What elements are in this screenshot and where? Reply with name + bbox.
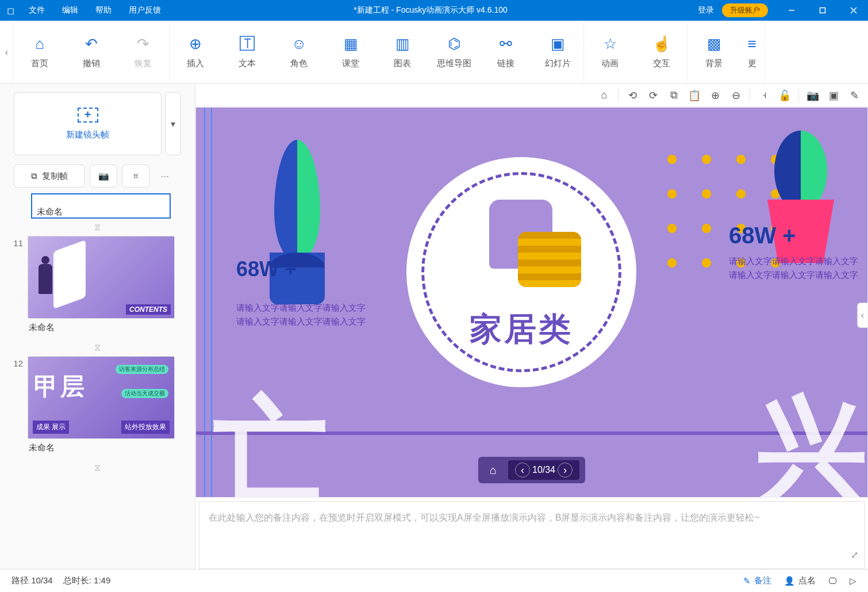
copy-icon: ⧉ <box>31 171 37 181</box>
redo-icon: ↷ <box>137 35 149 52</box>
center-circle[interactable]: 家居类 <box>406 157 636 387</box>
interact-button[interactable]: ☝交互 <box>636 21 688 83</box>
new-frame-dropdown[interactable]: ▾ <box>165 92 181 155</box>
anim-button[interactable]: ☆动画 <box>584 21 636 83</box>
app-logo-icon: ◻ <box>0 5 21 16</box>
home-button[interactable]: ⌂首页 <box>14 21 66 83</box>
close-button[interactable] <box>839 0 868 21</box>
maximize-button[interactable] <box>808 0 837 21</box>
tween-icon[interactable]: ⧖ <box>8 219 187 236</box>
link-button[interactable]: ⚯链接 <box>480 21 532 83</box>
rollcall-button[interactable]: 👤点名 <box>784 575 816 586</box>
rotate-left-icon[interactable]: ⟲ <box>622 86 643 105</box>
layer-icon[interactable]: ▣ <box>823 86 844 105</box>
right-panel-toggle[interactable]: ‹ <box>857 303 867 328</box>
tween-icon[interactable]: ⧖ <box>8 339 187 356</box>
thumb-number: 11 <box>8 236 23 337</box>
plus-circle-icon: ⊕ <box>189 35 202 52</box>
login-button[interactable]: 登录 <box>692 3 720 18</box>
stat-left[interactable]: 68W + 请输入文字请输入文字请输入文字请输入文字请输入文字请输入文字 <box>236 257 366 329</box>
snapshot-icon[interactable]: 📷 <box>802 86 823 105</box>
canvas[interactable]: 家居类 68W + 请输入文字请输入文字请输入文字请输入文字请输入文字请输入文字… <box>195 107 868 498</box>
undo-icon: ↶ <box>85 35 98 52</box>
selected-thumb-name[interactable]: 未命名 <box>31 193 171 219</box>
canvas-home-icon[interactable]: ⌂ <box>594 86 614 105</box>
slide-button[interactable]: ▣幻灯片 <box>532 21 583 83</box>
new-frame-button[interactable]: + 新建镜头帧 <box>14 92 162 155</box>
copy-frame-button[interactable]: ⧉复制帧 <box>14 165 85 188</box>
more-button[interactable]: ≡更 <box>740 21 764 83</box>
link-icon: ⚯ <box>500 35 512 52</box>
camera-button[interactable]: 📷 <box>90 165 117 188</box>
thumbnail-12[interactable]: 12 甲层 成果 展示 站外投放效果 访客来源分布总结 活动当天成交额 未命名 <box>8 356 187 457</box>
decor-char: 亡 <box>213 374 351 498</box>
pointer-icon: ☝ <box>652 35 671 52</box>
status-duration: 总时长: 1:49 <box>63 575 111 586</box>
insert-button[interactable]: ⊕插入 <box>170 21 221 83</box>
svg-rect-1 <box>820 8 825 13</box>
notes-area[interactable]: 在此处输入您的备注内容，在预览时开启双屏模式，可以实现A屏全屏播放演示内容，B屏… <box>199 501 865 569</box>
chart-button[interactable]: ▥图表 <box>377 21 428 83</box>
thumb-number: 12 <box>8 356 23 457</box>
mindmap-button[interactable]: ⌬思维导图 <box>428 21 480 83</box>
tween-icon[interactable]: ⧖ <box>8 459 187 476</box>
expand-icon[interactable]: ⤢ <box>851 547 858 563</box>
thumbnail-11[interactable]: 11 CONTENTS 未命名 <box>8 236 187 337</box>
guide-line[interactable] <box>204 108 205 497</box>
text-button[interactable]: 🅃文本 <box>221 21 273 83</box>
sidebar-more-button[interactable]: ⋯ <box>154 165 175 188</box>
thumb-name: 未命名 <box>28 319 175 337</box>
center-title[interactable]: 家居类 <box>406 308 636 352</box>
monitor-icon: 🖵 <box>828 576 837 586</box>
statusbar: 路径 10/34 总时长: 1:49 ✎备注 👤点名 🖵 ▷ <box>0 569 868 592</box>
decor-char: 兴 <box>752 374 868 498</box>
play-icon: ▷ <box>850 576 857 586</box>
guide-line[interactable] <box>211 108 212 497</box>
lock-icon[interactable]: 🔓 <box>774 86 795 105</box>
menu-feedback[interactable]: 用户反馈 <box>121 2 169 19</box>
scan-icon: ⌗ <box>133 171 138 181</box>
menu-edit[interactable]: 编辑 <box>54 2 86 19</box>
note-icon: ✎ <box>743 576 751 586</box>
role-button[interactable]: ☺角色 <box>273 21 325 83</box>
person-icon: ☺ <box>291 35 307 52</box>
scan-button[interactable]: ⌗ <box>122 165 149 188</box>
edit-icon[interactable]: ✎ <box>844 86 865 105</box>
status-path: 路径 10/34 <box>11 575 53 586</box>
paste-icon[interactable]: 📋 <box>684 86 705 105</box>
redo-button[interactable]: ↷恢复 <box>117 21 169 83</box>
display-button[interactable]: 🖵 <box>828 576 837 586</box>
canvas-nav-pill: ⌂ ‹ 10/34 › <box>478 457 585 483</box>
minimize-button[interactable] <box>777 0 806 21</box>
undo-button[interactable]: ↶撤销 <box>66 21 117 83</box>
zoom-out-icon[interactable]: ⊖ <box>725 86 746 105</box>
copy-icon[interactable]: ⧉ <box>663 86 684 105</box>
notes-placeholder: 在此处输入您的备注内容，在预览时开启双屏模式，可以实现A屏全屏播放演示内容，B屏… <box>209 513 760 522</box>
thumbnail-list[interactable]: 未命名 ⧖ 11 CONTENTS 未命名 ⧖ 12 甲层 <box>0 193 195 564</box>
nav-position: 10/34 <box>532 465 555 475</box>
menu-bar: 文件 编辑 帮助 用户反馈 <box>21 2 169 19</box>
thumb-preview: 甲层 成果 展示 站外投放效果 访客来源分布总结 活动当天成交额 <box>28 356 175 439</box>
align-icon[interactable]: ⫞ <box>754 86 774 105</box>
slide-icon: ▣ <box>551 35 565 52</box>
stat-right[interactable]: 68W + 请输入文字请输入文字请输入文字请输入文字请输入文字请输入文字 <box>729 223 858 282</box>
nav-next-icon[interactable]: › <box>558 463 573 478</box>
more-icon: ≡ <box>747 35 756 52</box>
titlebar: ◻ 文件 编辑 帮助 用户反馈 *新建工程 - Focusky动画演示大师 v4… <box>0 0 868 21</box>
upgrade-button[interactable]: 升级账户 <box>722 3 768 17</box>
person-icon: 👤 <box>784 576 795 586</box>
present-button[interactable]: ▷ <box>850 576 857 586</box>
nav-home-icon[interactable]: ⌂ <box>484 461 502 479</box>
menu-file[interactable]: 文件 <box>21 2 53 19</box>
bg-button[interactable]: ▩背景 <box>688 21 740 83</box>
menu-help[interactable]: 帮助 <box>87 2 120 19</box>
canvas-area: ⌂ ⟲ ⟳ ⧉ 📋 ⊕ ⊖ ⫞ 🔓 📷 ▣ ✎ 家居类 <box>195 84 868 569</box>
thumb-name: 未命名 <box>28 439 175 457</box>
zoom-in-icon[interactable]: ⊕ <box>705 86 725 105</box>
class-button[interactable]: ▦课堂 <box>325 21 377 83</box>
toolbar-scroll-left[interactable]: ‹ <box>0 21 14 83</box>
main-area: + 新建镜头帧 ▾ ⧉复制帧 📷 ⌗ ⋯ 未命名 ⧖ 11 CONTENTS <box>0 84 868 569</box>
notes-toggle[interactable]: ✎备注 <box>743 575 771 586</box>
nav-prev-icon[interactable]: ‹ <box>515 463 530 478</box>
rotate-right-icon[interactable]: ⟳ <box>643 86 663 105</box>
